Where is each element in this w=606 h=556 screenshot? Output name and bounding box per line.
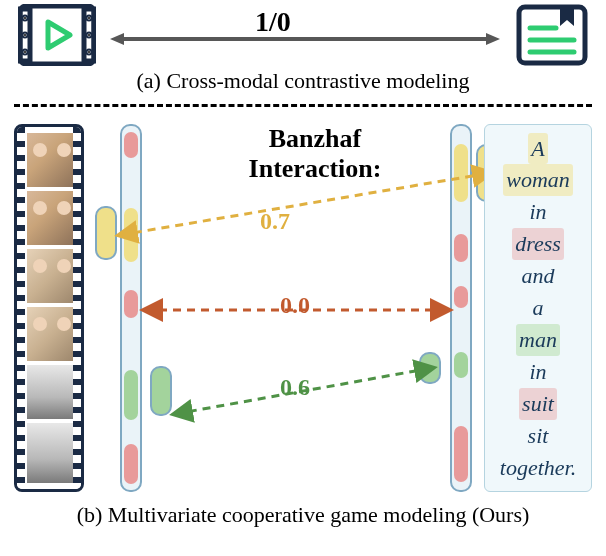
svg-point-9 [88, 51, 90, 53]
title-line2: Interaction: [249, 154, 382, 183]
sentence-box: A woman in dress and a man in suit sit t… [484, 124, 592, 492]
sentence-word: dress [512, 228, 564, 260]
figure-container: 1/0 (a) Cross-modal contrastive modeling [0, 0, 606, 556]
svg-point-5 [24, 34, 26, 36]
banzhaf-title: Banzhaf Interaction: [195, 124, 435, 184]
token-seg [124, 444, 138, 484]
token-seg [454, 234, 468, 262]
svg-rect-11 [519, 7, 585, 63]
caption-b: (b) Multivariate cooperative game modeli… [0, 502, 606, 528]
text-token-bar [450, 124, 472, 492]
sentence-word: suit [519, 388, 557, 420]
token-seg [454, 286, 468, 308]
sentence-word: a [533, 292, 544, 324]
sentence-word: A [528, 133, 547, 165]
svg-point-8 [88, 34, 90, 36]
video-group-yellow [95, 206, 117, 260]
token-seg [454, 144, 468, 202]
token-seg [454, 352, 468, 378]
sentence-word: in [529, 356, 546, 388]
svg-point-4 [24, 17, 26, 19]
bidirectional-arrow-a [110, 32, 500, 42]
token-seg [454, 426, 468, 482]
svg-point-6 [24, 51, 26, 53]
token-seg [124, 370, 138, 420]
video-group-green [150, 366, 172, 416]
video-frame [27, 307, 77, 361]
sentence-word: woman [503, 164, 573, 196]
token-seg [124, 132, 138, 158]
video-frame [27, 249, 77, 303]
part-b: Banzhaf Interaction: 0.7 0.0 0.6 A woman… [0, 110, 606, 530]
video-frame [27, 423, 77, 483]
title-line1: Banzhaf [269, 124, 361, 153]
video-play-icon [18, 4, 96, 70]
svg-point-7 [88, 17, 90, 19]
svg-marker-16 [110, 33, 124, 45]
score-orange: 0.0 [280, 292, 310, 319]
sentence-word: sit [528, 420, 549, 452]
section-divider [14, 104, 592, 107]
document-bookmark-icon [516, 4, 588, 70]
token-seg [124, 208, 138, 262]
svg-marker-10 [48, 22, 70, 48]
part-a: 1/0 (a) Cross-modal contrastive modeling [0, 4, 606, 104]
score-yellow: 0.7 [260, 208, 290, 235]
caption-a: (a) Cross-modal contrastive modeling [0, 68, 606, 94]
sentence-word: together. [500, 452, 576, 484]
video-frame [27, 191, 77, 245]
video-token-bar [120, 124, 142, 492]
video-frame [27, 365, 77, 419]
sentence-word: and [522, 260, 555, 292]
sentence-word: in [529, 196, 546, 228]
video-frame [27, 133, 77, 187]
video-filmstrip [14, 124, 84, 492]
token-seg [124, 290, 138, 318]
sentence-word: man [516, 324, 560, 356]
score-green: 0.6 [280, 374, 310, 401]
svg-marker-17 [486, 33, 500, 45]
text-group-green [419, 352, 441, 384]
contrastive-label: 1/0 [255, 6, 291, 38]
